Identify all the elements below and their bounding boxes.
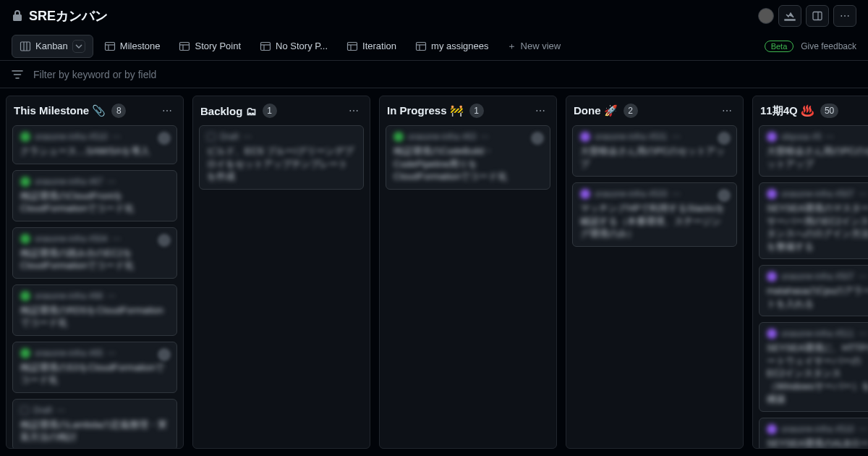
column-header: Backlog 🗂1⋯: [193, 96, 370, 125]
card-menu-icon[interactable]: ⋯: [859, 189, 867, 199]
column-menu-button[interactable]: ⋯: [532, 104, 549, 118]
card-menu-icon[interactable]: ⋯: [859, 424, 867, 434]
card-menu-icon[interactable]: ⋯: [243, 132, 252, 142]
column-menu-button[interactable]: ⋯: [719, 104, 736, 118]
card-menu-icon[interactable]: ⋯: [825, 132, 834, 142]
card-menu-icon[interactable]: ⋯: [859, 271, 867, 282]
tab-milestone[interactable]: Milestone: [96, 35, 169, 57]
card[interactable]: orasone-infra #507⋯SEYSEA環境のマスターサーバー用のEC…: [759, 182, 868, 259]
card-title: 検証環境の踏み台のEC2をCloudFormationでコード化: [20, 247, 169, 272]
card-meta: orasone-infra #65⋯: [20, 348, 169, 358]
card[interactable]: orasone-infra #67⋯検証環境のCloudFrontをCloudF…: [12, 170, 177, 221]
table-icon: [415, 41, 427, 52]
card-meta: orasone-infra #531⋯: [580, 132, 729, 142]
card-menu-icon[interactable]: ⋯: [107, 291, 116, 301]
assignee-avatar[interactable]: [531, 132, 544, 145]
card-title: SEYSEA環境に、HTTPゲートウェイサーバーのEC2インスタンス（Windo…: [767, 342, 868, 405]
column-body: orasone-infra #63⋯検証環境のCodeBuild・CodePip…: [380, 125, 556, 197]
lock-icon: [12, 10, 23, 22]
new-view-button[interactable]: ＋ New view: [500, 35, 569, 57]
card-menu-icon[interactable]: ⋯: [859, 329, 867, 339]
card[interactable]: orasone-infra #504⋯検証環境の踏み台のEC2をCloudFor…: [12, 227, 177, 279]
column-header: 11期4Q ♨️50⋯: [753, 96, 868, 125]
card-menu-icon[interactable]: ⋯: [107, 177, 116, 187]
issue-status-icon: [767, 329, 777, 339]
issue-status-icon: [767, 271, 777, 282]
tab-no-story-point[interactable]: No Story P...: [252, 35, 336, 57]
assignee-avatar[interactable]: [718, 189, 731, 202]
tab-my-assignees[interactable]: my assignees: [407, 35, 496, 57]
card-menu-icon[interactable]: ⋯: [112, 132, 121, 142]
card-title: SEYSEA環境のマスターサーバー用のEC2インスタンスへのログイン方法を整備す…: [767, 202, 868, 253]
filter-icon[interactable]: [12, 69, 23, 80]
tab-label: Iteration: [362, 41, 396, 51]
card-menu-icon[interactable]: ⋯: [672, 189, 681, 199]
column-body: obyusa #5⋯大曽根会さん用のPCのセットアップorasone-infra…: [753, 125, 868, 448]
column-menu-button[interactable]: ⋯: [346, 104, 362, 118]
column-body: Draft⋯ビルド、ECS ブルー/グリーンデプロイをセットアップテンプレートを…: [193, 125, 370, 197]
assignee-avatar[interactable]: [158, 234, 171, 247]
board-icon: [20, 41, 31, 52]
card[interactable]: obyusa #5⋯大曽根会さん用のPCのセットアップ: [759, 125, 868, 177]
card-title: 検証環境のLambdaの定義整理・実装方法の検討: [20, 418, 169, 444]
card-ref: Draft: [33, 405, 52, 415]
card-meta: Draft⋯: [207, 132, 356, 142]
column-count: 2: [624, 104, 638, 118]
card-meta: orasone-infra #507⋯: [767, 189, 868, 199]
column: In Progress 🚧1⋯orasone-infra #63⋯検証環境のCo…: [379, 96, 557, 449]
table-icon: [346, 41, 358, 52]
panel-toggle-button[interactable]: [806, 5, 829, 27]
card-ref: obyusa #5: [781, 132, 821, 142]
chevron-down-icon[interactable]: [72, 40, 85, 53]
card-menu-icon[interactable]: ⋯: [672, 132, 681, 142]
feedback-area: Beta Give feedback: [765, 41, 856, 52]
insights-button[interactable]: [778, 5, 801, 27]
card-title: 検証環境のCloudFrontをCloudFormationでコード化: [20, 190, 169, 215]
card-menu-icon[interactable]: ⋯: [56, 405, 65, 415]
card-meta: orasone-infra #507⋯: [767, 271, 868, 282]
tab-iteration[interactable]: Iteration: [339, 35, 404, 57]
filter-input[interactable]: [33, 69, 856, 80]
card-menu-icon[interactable]: ⋯: [112, 234, 121, 244]
card[interactable]: Draft⋯ビルド、ECS ブルー/グリーンデプロイをセットアップテンプレートを…: [199, 125, 364, 190]
card[interactable]: Draft⋯検証環境のLambdaの定義整理・実装方法の検討: [12, 399, 177, 448]
card-meta: obyusa #5⋯: [767, 132, 868, 142]
card-title: matahasaのCpuのアラートを入れる: [767, 284, 868, 310]
tab-story-point[interactable]: Story Point: [171, 35, 249, 57]
card[interactable]: orasone-infra #63⋯検証環境のCodeBuild・CodePip…: [386, 125, 550, 190]
kanban-board: This Milestone 📎8⋯orasone-infra #510⋯クラシ…: [0, 88, 868, 456]
assignee-avatar[interactable]: [718, 132, 731, 145]
assignee-avatar[interactable]: [158, 348, 171, 361]
column-title: In Progress 🚧: [387, 104, 464, 117]
issue-status-icon: [20, 291, 30, 301]
card-ref: orasone-infra #63: [408, 132, 476, 142]
issue-status-icon: [580, 189, 590, 199]
card-menu-icon[interactable]: ⋯: [480, 132, 489, 142]
card[interactable]: orasone-infra #66⋯検証環境のRDSをCloudFormatio…: [12, 284, 177, 336]
give-feedback-link[interactable]: Give feedback: [801, 41, 856, 51]
card-menu-icon[interactable]: ⋯: [107, 348, 116, 358]
avatar[interactable]: [758, 8, 774, 24]
column-menu-button[interactable]: ⋯: [159, 104, 176, 118]
card-ref: orasone-infra #66: [35, 291, 103, 301]
tab-kanban[interactable]: Kanban: [12, 35, 93, 58]
issue-status-icon: [20, 132, 30, 142]
card[interactable]: orasone-infra #511⋯SEYSEA環境に、HTTPゲートウェイサ…: [759, 322, 868, 412]
card-title: 検証環境のS3をCloudFormationでコード化: [20, 361, 169, 387]
more-button[interactable]: ⋯: [833, 5, 856, 27]
issue-status-icon: [20, 348, 30, 358]
card[interactable]: orasone-infra #507⋯matahasaのCpuのアラートを入れる: [759, 265, 868, 316]
card[interactable]: orasone-infra #510⋯SEYSEA環境のALBロードバランサーロ…: [759, 418, 868, 448]
card[interactable]: orasone-infra #65⋯検証環境のS3をCloudFormation…: [12, 342, 177, 393]
card[interactable]: orasone-infra #533⋯マッチングHPで利用するStacksを確認…: [572, 182, 737, 247]
column-title: 11期4Q ♨️: [760, 104, 814, 118]
assignee-avatar[interactable]: [158, 132, 171, 145]
card[interactable]: orasone-infra #510⋯クラシュース…SAM/SAを導入: [12, 125, 177, 164]
svg-rect-17: [417, 42, 426, 50]
card[interactable]: orasone-infra #531⋯大曽根会さん用のPCのセットアップ: [572, 125, 737, 177]
views-tabs: Kanban Milestone Story Point No Story P.…: [12, 35, 568, 58]
project-title: SREカンバン: [29, 7, 108, 25]
tab-label: Kanban: [35, 41, 68, 51]
issue-status-icon: [580, 132, 590, 142]
svg-rect-14: [348, 42, 357, 50]
